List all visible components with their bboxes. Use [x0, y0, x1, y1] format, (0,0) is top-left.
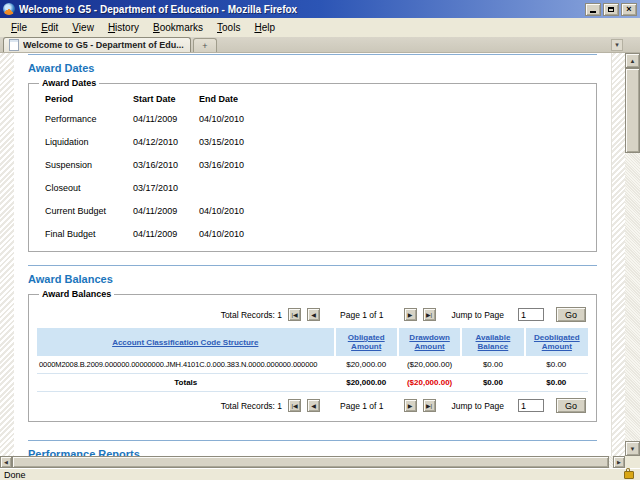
menu-item-file[interactable]: File [4, 20, 34, 35]
prev-page-button[interactable]: ◀ [307, 308, 320, 321]
scrollbar-corner [625, 456, 640, 468]
period-value: Performance [45, 114, 133, 137]
totals-deobligated: $0.00 [525, 374, 588, 392]
section-divider [28, 54, 597, 55]
restore-button[interactable] [603, 3, 619, 16]
period-value: Liquidation [45, 137, 133, 160]
scroll-right-button[interactable]: ▶ [613, 456, 625, 468]
end-date-value: 03/16/2010 [199, 160, 319, 183]
available-value: $0.00 [461, 356, 524, 374]
go-button[interactable]: Go [556, 398, 586, 413]
column-header-available: Available Balance [461, 328, 524, 356]
award-dates-heading: Award Dates [28, 62, 597, 74]
menu-item-help[interactable]: Help [247, 20, 282, 35]
column-header-end-date: End Date [199, 90, 319, 114]
vertical-scrollbar-thumb[interactable] [625, 68, 640, 153]
tab-active[interactable]: Welcome to G5 - Department of Edu... [3, 37, 191, 52]
jump-to-page-label: Jump to Page [452, 401, 504, 411]
vertical-scrollbar: ▲ ▼ [625, 53, 640, 456]
deobligated-sort-link[interactable]: Deobligated Amount [534, 333, 580, 351]
table-row: Final Budget 04/11/2009 04/10/2010 [45, 229, 319, 243]
table-row: Liquidation 04/12/2010 03/15/2010 [45, 137, 319, 160]
next-page-button[interactable]: ▶ [404, 399, 417, 412]
jump-to-page-input[interactable] [518, 399, 544, 412]
first-page-button[interactable]: |◀ [288, 308, 301, 321]
horizontal-scrollbar-thumb[interactable] [12, 456, 609, 468]
menu-item-history[interactable]: History [101, 20, 146, 35]
award-dates-table: Period Start Date End Date Performance 0… [45, 90, 319, 243]
drawdown-sort-link[interactable]: Drawdown Amount [409, 333, 449, 351]
table-row: Suspension 03/16/2010 03/16/2010 [45, 160, 319, 183]
menu-item-tools[interactable]: Tools [210, 20, 247, 35]
page-indicator: Page 1 of 1 [340, 310, 383, 320]
start-date-value: 04/11/2009 [133, 206, 199, 229]
last-page-button[interactable]: ▶| [423, 399, 436, 412]
scroll-up-button[interactable]: ▲ [625, 53, 640, 68]
page: Award Dates Award Dates Period Start Dat… [14, 53, 612, 456]
obligated-sort-link[interactable]: Obligated Amount [348, 333, 385, 351]
next-page-button[interactable]: ▶ [404, 308, 417, 321]
drawdown-value: ($20,000.00) [398, 356, 461, 374]
period-value: Current Budget [45, 206, 133, 229]
column-header-start-date: Start Date [133, 90, 199, 114]
firefox-icon [3, 3, 15, 15]
first-page-button[interactable]: |◀ [288, 399, 301, 412]
award-dates-fieldset: Award Dates Period Start Date End Date P… [28, 78, 597, 252]
section-divider [28, 440, 597, 441]
column-header-period: Period [45, 90, 133, 114]
table-row: Closeout 03/17/2010 [45, 183, 319, 206]
scroll-left-button[interactable]: ◀ [0, 456, 12, 468]
balances-header-row: Account Classification Code Structure Ob… [37, 328, 588, 356]
table-row: 0000M2008.B.2009.000000.00000000.JMH.410… [37, 356, 588, 374]
menu-item-bookmarks[interactable]: Bookmarks [146, 20, 210, 35]
section-divider [28, 265, 597, 266]
horizontal-scrollbar: ◀ ▶ [0, 456, 625, 468]
end-date-value: 04/10/2010 [199, 206, 319, 229]
start-date-value: 04/11/2009 [133, 114, 199, 137]
available-sort-link[interactable]: Available Balance [476, 333, 511, 351]
acc-structure-sort-link[interactable]: Account Classification Code Structure [112, 338, 258, 347]
tab-bar: Welcome to G5 - Department of Edu... + ▾ [0, 37, 640, 53]
lock-icon[interactable] [624, 471, 634, 479]
total-records-label: Total Records: 1 [221, 310, 282, 320]
column-header-deobligated: Deobligated Amount [525, 328, 588, 356]
jump-to-page-label: Jump to Page [452, 310, 504, 320]
list-all-tabs-button[interactable]: ▾ [611, 39, 623, 51]
menu-item-edit[interactable]: Edit [34, 20, 65, 35]
prev-page-button[interactable]: ◀ [307, 399, 320, 412]
award-balances-fieldset: Award Balances Total Records: 1 |◀ ◀ Pag… [28, 289, 597, 422]
page-indicator: Page 1 of 1 [340, 401, 383, 411]
title-bar[interactable]: Welcome to G5 - Department of Education … [0, 0, 640, 18]
start-date-value: 03/16/2010 [133, 160, 199, 183]
menu-item-view[interactable]: View [65, 20, 101, 35]
pager-bottom: Total Records: 1 |◀ ◀ Page 1 of 1 ▶ ▶| J… [37, 392, 588, 419]
totals-drawdown: ($20,000.00) [398, 374, 461, 392]
scroll-down-button[interactable]: ▼ [625, 441, 640, 456]
menu-bar: File Edit View History Bookmarks Tools H… [0, 18, 640, 37]
totals-available: $0.00 [461, 374, 524, 392]
column-header-drawdown: Drawdown Amount [398, 328, 461, 356]
column-header-acc-structure: Account Classification Code Structure [37, 328, 335, 356]
total-records-label: Total Records: 1 [221, 401, 282, 411]
award-balances-heading: Award Balances [28, 273, 597, 285]
minimize-icon [590, 11, 596, 13]
last-page-button[interactable]: ▶| [423, 308, 436, 321]
end-date-value: 04/10/2010 [199, 229, 319, 243]
go-button[interactable]: Go [556, 307, 586, 322]
status-bar: Done [0, 468, 640, 480]
end-date-value [199, 183, 319, 206]
restore-icon [608, 7, 614, 12]
minimize-button[interactable] [585, 3, 601, 16]
status-text: Done [4, 470, 26, 480]
start-date-value: 03/17/2010 [133, 183, 199, 206]
page-icon [9, 39, 19, 51]
award-balances-table: Account Classification Code Structure Ob… [37, 328, 588, 392]
award-balances-legend: Award Balances [39, 289, 114, 299]
new-tab-button[interactable]: + [193, 38, 217, 52]
close-button[interactable]: × [621, 3, 637, 16]
end-date-value: 03/15/2010 [199, 137, 319, 160]
window-title: Welcome to G5 - Department of Education … [19, 4, 583, 15]
jump-to-page-input[interactable] [518, 308, 544, 321]
browser-window: Welcome to G5 - Department of Education … [0, 0, 640, 480]
obligated-value: $20,000.00 [335, 356, 398, 374]
